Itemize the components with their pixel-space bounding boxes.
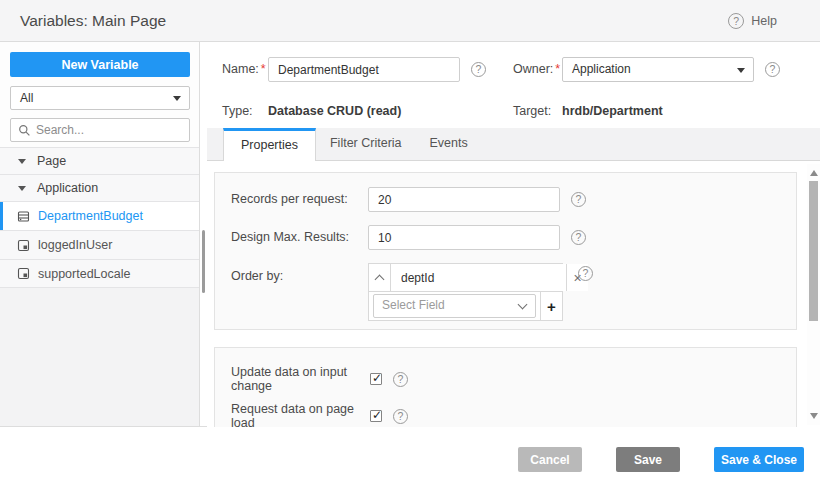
collapse-icon[interactable] <box>18 186 26 191</box>
tree-item-label: supportedLocale <box>38 267 130 281</box>
properties-tab-content: Records per request: ? Design Max. Resul… <box>207 161 820 427</box>
chevron-up-icon <box>375 274 385 284</box>
type-value: Database CRUD (read) <box>268 99 401 124</box>
owner-label: Owner:* <box>513 57 560 82</box>
name-label: Name:* <box>222 57 266 82</box>
owner-help-icon[interactable]: ? <box>765 62 780 77</box>
search-box <box>10 118 190 142</box>
tree-item-departmentbudget[interactable]: DepartmentBudget <box>0 201 199 230</box>
required-asterisk: * <box>261 62 266 76</box>
sidebar-scrollbar-thumb[interactable] <box>202 230 205 293</box>
dialog-body: New Variable All Page Appli <box>0 42 820 427</box>
sidebar-divider <box>200 42 207 426</box>
request-data-checkbox[interactable] <box>370 410 382 422</box>
records-per-request-input[interactable] <box>368 187 560 212</box>
request-data-label: Request data on page load <box>231 402 370 427</box>
owner-select[interactable]: Application <box>562 57 754 82</box>
records-per-request-label: Records per request: <box>231 187 348 212</box>
design-max-results-input[interactable] <box>368 225 560 250</box>
chevron-down-icon <box>173 96 181 101</box>
tab-filter-criteria[interactable]: Filter Criteria <box>316 128 416 160</box>
save-and-close-button[interactable]: Save & Close <box>714 447 804 472</box>
order-by-field-select[interactable]: Select Field <box>373 294 536 318</box>
design-max-results-help-icon[interactable]: ? <box>571 230 586 245</box>
tree-item-label: Page <box>37 154 66 168</box>
update-data-help-icon[interactable]: ? <box>393 372 408 387</box>
required-asterisk: * <box>555 62 560 76</box>
collapse-icon[interactable] <box>18 159 26 164</box>
help-button[interactable]: ? Help <box>728 0 777 41</box>
order-by-widget: × Select Field + <box>368 263 563 321</box>
sort-direction-button[interactable] <box>369 264 391 291</box>
cancel-button[interactable]: Cancel <box>518 447 582 472</box>
search-icon <box>18 124 31 137</box>
order-by-help-icon[interactable]: ? <box>578 266 593 281</box>
detail-tabbar: Properties Filter Criteria Events <box>207 128 820 161</box>
order-by-field-row: × <box>369 264 562 292</box>
variable-detail: Name:* ? Owner:* Application ? Type: Dat… <box>207 42 820 426</box>
target-label: Target: <box>513 99 551 124</box>
request-data-help-icon[interactable]: ? <box>393 409 408 424</box>
titlebar: Variables: Main Page ? Help <box>0 0 820 42</box>
variables-dialog: Variables: Main Page ? Help New Variable… <box>0 0 820 488</box>
variables-tree: Page Application Departme <box>0 147 199 288</box>
add-field-button[interactable]: + <box>540 292 562 320</box>
variables-sidebar: New Variable All Page Appli <box>0 42 200 426</box>
chevron-down-icon <box>518 300 528 310</box>
order-by-select-placeholder: Select Field <box>382 295 445 316</box>
tab-events[interactable]: Events <box>416 128 482 160</box>
tree-item-label: loggedInUser <box>38 238 112 252</box>
plus-icon: + <box>547 299 556 314</box>
scroll-down-arrow-icon[interactable] <box>810 413 818 419</box>
update-data-label: Update data on input change <box>231 365 370 393</box>
name-help-icon[interactable]: ? <box>471 62 486 77</box>
page-title: Variables: Main Page <box>20 0 166 41</box>
chevron-down-icon <box>737 68 745 73</box>
save-button[interactable]: Save <box>616 447 680 472</box>
design-max-results-label: Design Max. Results: <box>231 225 349 250</box>
pagination-panel: Records per request: ? Design Max. Resul… <box>214 172 797 330</box>
tab-properties[interactable]: Properties <box>223 128 316 161</box>
variable-header: Name:* ? Owner:* Application ? Type: Dat… <box>207 42 820 128</box>
order-by-label: Order by: <box>231 264 283 289</box>
records-per-request-help-icon[interactable]: ? <box>571 192 586 207</box>
order-by-select-cell: Select Field <box>369 292 540 320</box>
database-variable-icon <box>17 210 30 223</box>
dialog-footer: Cancel Save Save & Close <box>0 427 820 487</box>
tree-item-application[interactable]: Application <box>0 174 199 201</box>
owner-value: Application <box>572 58 631 81</box>
scroll-up-arrow-icon[interactable] <box>810 170 818 176</box>
order-by-field-value[interactable] <box>391 264 566 291</box>
update-data-row: Update data on input change ? <box>231 365 408 393</box>
update-data-checkbox[interactable] <box>370 373 382 385</box>
tree-item-page[interactable]: Page <box>0 147 199 174</box>
request-data-row: Request data on page load ? <box>231 402 408 427</box>
static-variable-icon <box>17 239 30 252</box>
help-icon: ? <box>728 13 744 29</box>
scrollbar-thumb[interactable] <box>809 181 818 321</box>
tree-item-supportedlocale[interactable]: supportedLocale <box>0 259 199 288</box>
tree-item-label: DepartmentBudget <box>38 209 143 223</box>
help-label: Help <box>751 14 777 28</box>
behavior-panel: Update data on input change ? Request da… <box>214 347 797 427</box>
variable-filter-value: All <box>20 87 33 109</box>
name-input[interactable] <box>268 57 460 82</box>
variable-filter-select[interactable]: All <box>10 86 190 110</box>
tree-item-loggedinuser[interactable]: loggedInUser <box>0 230 199 259</box>
search-input[interactable] <box>36 119 186 141</box>
content-scrollbar[interactable] <box>807 164 820 425</box>
type-label: Type: <box>222 99 253 124</box>
new-variable-button[interactable]: New Variable <box>10 52 190 77</box>
static-variable-icon <box>17 267 30 280</box>
tree-item-label: Application <box>37 181 98 195</box>
order-by-add-row: Select Field + <box>369 292 562 320</box>
target-value: hrdb/Department <box>562 99 663 124</box>
